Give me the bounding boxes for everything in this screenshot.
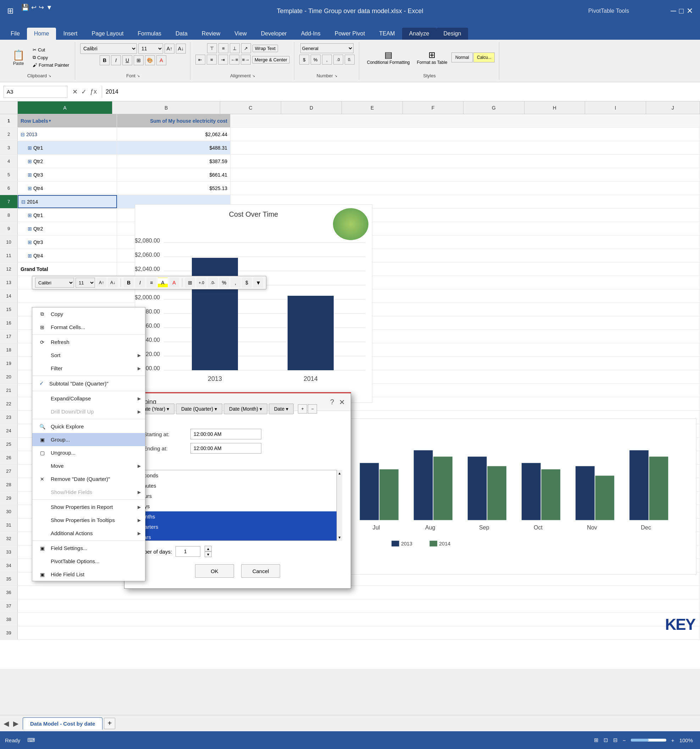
ctx-quick-explore[interactable]: 🔍 Quick Explore [32,420,145,433]
mini-font-size-select[interactable]: 11 [75,278,95,287]
ctx-refresh[interactable]: ⟳ Refresh [32,335,145,349]
ctx-drill-down[interactable]: Drill Down/Drill Up ▶ [32,405,145,418]
number-format-select[interactable]: General [300,43,353,53]
tab-developer[interactable]: Developer [254,28,294,40]
increase-decimal-button[interactable]: .0 [333,55,343,64]
format-as-table-button[interactable]: ⊞ Format as Table [414,49,450,66]
scroll-right-tab[interactable]: ▶ [13,719,18,728]
date-quarter-button[interactable]: Date (Quarter) ▾ [176,404,222,414]
cell-b5[interactable]: $661.41 [117,168,231,181]
view-normal-icon[interactable]: ⊞ [594,737,599,743]
list-item-days[interactable]: Days [133,501,342,511]
underline-button[interactable]: U [122,55,132,65]
align-middle-button[interactable]: ≡ [219,43,228,53]
wrap-text-button[interactable]: Wrap Text [252,45,278,52]
cell-a8[interactable]: ⊞Qtr1 [18,208,117,222]
ctx-sort[interactable]: Sort ▶ [32,349,145,362]
tab-design[interactable]: Design [437,28,468,40]
cell-a10[interactable]: ⊞Qtr3 [18,235,117,249]
decrease-font-button[interactable]: A↓ [176,44,186,54]
list-item-seconds[interactable]: Seconds [133,470,342,480]
scroll-left-tab[interactable]: ◀ [3,719,9,728]
tab-page-layout[interactable]: Page Layout [84,28,130,40]
tab-formulas[interactable]: Formulas [130,28,168,40]
close-icon[interactable]: ✕ [686,6,693,15]
by-list[interactable]: Seconds Minutes Hours Days Months Quarte… [133,470,342,541]
clipboard-expand-icon[interactable]: ↘ [48,74,51,78]
ctx-move[interactable]: Move ▶ [32,459,145,472]
col-header-b[interactable]: B [112,101,220,114]
copy-button[interactable]: ⧉ Copy [31,54,70,61]
paste-button[interactable]: 📋 Paste [8,48,29,67]
mini-font-select[interactable]: Calibri [35,278,74,287]
tab-file[interactable]: File [3,28,27,40]
ctx-field-settings[interactable]: ▣ Field Settings... [32,541,145,555]
cell-a12[interactable]: Grand Total [18,263,117,275]
col-header-d[interactable]: D [281,101,342,114]
ctx-filter[interactable]: Filter ▶ [32,362,145,375]
borders-button[interactable]: ⊞ [134,55,144,65]
fill-color-button[interactable]: 🎨 [145,55,155,65]
mini-format-button[interactable]: ▾ [253,278,263,287]
date-button[interactable]: Date ▾ [269,404,293,414]
sheet-tab-data-model[interactable]: Data Model - Cost by date [23,717,102,729]
tab-insert[interactable]: Insert [56,28,84,40]
decrease-decimal-button[interactable]: 0. [345,55,355,64]
percent-button[interactable]: % [311,55,321,64]
ending-at-input[interactable] [190,443,261,454]
font-expand-icon[interactable]: ↘ [137,74,140,78]
view-page-break-icon[interactable]: ⊟ [613,737,618,743]
mini-borders-button[interactable]: ⊞ [185,278,195,287]
ctx-additional-actions[interactable]: Additional Actions ▶ [32,527,145,540]
list-scrollbar[interactable]: ▲ ▼ [336,470,342,541]
normal-style-button[interactable]: Normal [451,52,473,63]
cell-b3[interactable]: $488.31 [117,141,231,154]
comma-button[interactable]: , [322,55,332,64]
cut-button[interactable]: ✂ Cut [31,46,70,53]
date-month-button[interactable]: Date (Month) ▾ [224,404,267,414]
conditional-formatting-button[interactable]: ▤ Conditional Formatting [364,49,413,66]
tab-view[interactable]: View [227,28,254,40]
font-size-select[interactable]: 11 [138,43,163,54]
align-top-button[interactable]: ⊤ [207,43,217,53]
ctx-show-props-report[interactable]: Show Properties in Report ▶ [32,500,145,514]
font-name-select[interactable]: Calibri [80,43,137,54]
alignment-expand-icon[interactable]: ↘ [252,74,255,78]
days-decrement-button[interactable]: ▼ [205,552,212,557]
col-header-i[interactable]: I [585,101,646,114]
ok-button[interactable]: OK [195,564,234,578]
zoom-out-icon[interactable]: − [623,737,626,743]
ctx-format-cells[interactable]: ⊞ Format Cells... [32,321,145,334]
increase-font-button[interactable]: A↑ [165,44,174,54]
cell-a4[interactable]: ⊞Qtr2 [18,154,117,168]
cell-b2[interactable]: $2,062.44 [117,128,231,141]
ctx-pivot-options[interactable]: PivotTable Options... [32,555,145,568]
number-expand-icon[interactable]: ↘ [335,74,337,78]
col-header-a[interactable]: A [18,101,112,114]
mini-italic-button[interactable]: I [135,278,145,287]
cell-b6[interactable]: $525.13 [117,182,231,195]
ctx-group[interactable]: ▣ Group... [32,433,145,446]
zoom-in-icon[interactable]: + [671,737,674,743]
mini-fill-color-button[interactable]: A [158,278,168,287]
cell-a5[interactable]: ⊞Qtr3 [18,168,117,181]
add-sheet-button[interactable]: + [104,718,115,729]
list-item-quarters[interactable]: Quarters [133,522,342,532]
days-input[interactable] [176,546,200,557]
chart-expand-button[interactable]: + [298,404,307,414]
customize-icon[interactable]: ▼ [46,4,52,11]
save-icon[interactable]: 💾 [21,3,29,11]
maximize-icon[interactable]: □ [679,6,684,15]
zoom-slider[interactable] [631,739,666,741]
align-center-button[interactable]: ≡ [207,55,217,64]
mini-increase-decimal-button[interactable]: +.0 [196,278,206,287]
view-layout-icon[interactable]: ⊡ [604,737,608,743]
cell-b1[interactable]: Sum of My house electricity cost [117,114,231,127]
font-color-button[interactable]: A [156,55,166,65]
dialog-close-icon[interactable]: ✕ [339,398,345,407]
align-right-button[interactable]: ⇥ [218,55,228,64]
tab-analyze[interactable]: Analyze [402,28,437,40]
align-bottom-button[interactable]: ⊥ [230,43,240,53]
mini-decrease-font-button[interactable]: A↓ [108,278,118,287]
tab-add-ins[interactable]: Add-Ins [294,28,328,40]
